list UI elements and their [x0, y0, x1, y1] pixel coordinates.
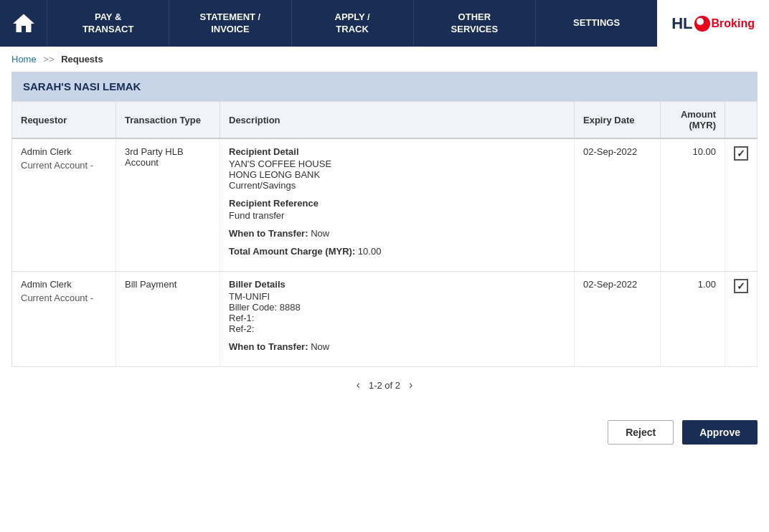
requestor-cell: Admin ClerkCurrent Account -	[12, 138, 116, 272]
breadcrumb: Home >> Requests	[0, 47, 769, 72]
nav-settings[interactable]: SETTINGS	[535, 0, 657, 47]
row-checkbox[interactable]	[734, 146, 748, 161]
amount-cell: 10.00	[661, 138, 725, 272]
col-description: Description	[220, 102, 575, 139]
checkbox-cell	[725, 272, 758, 367]
desc-line: Ref-2:	[229, 323, 565, 334]
description-cell: Recipient DetailYAN'S COFFEE HOUSEHONG L…	[220, 138, 575, 272]
nav-other-services[interactable]: OTHERSERVICES	[413, 0, 535, 47]
breadcrumb-current: Requests	[61, 54, 103, 65]
logo-icon	[694, 16, 710, 32]
requestor-account: Current Account -	[21, 160, 107, 171]
requestor-name: Admin Clerk	[21, 279, 107, 290]
desc-label: Biller Details	[229, 279, 565, 290]
desc-label: When to Transfer:	[229, 341, 308, 352]
action-bar: Reject Approve	[0, 414, 769, 456]
row-checkbox[interactable]	[734, 279, 748, 293]
breadcrumb-home[interactable]: Home	[11, 54, 37, 65]
amount-cell: 1.00	[661, 272, 725, 367]
desc-label: Recipient Detail	[229, 146, 565, 157]
desc-line: Fund transfer	[229, 210, 565, 221]
expiry-date-cell: 02-Sep-2022	[575, 272, 661, 367]
nav-apply-track[interactable]: APPLY /TRACK	[291, 0, 413, 47]
logo: HL Broking	[657, 0, 769, 47]
desc-inline-value: 10.00	[358, 246, 382, 257]
desc-label: When to Transfer:	[229, 228, 308, 239]
desc-line: HONG LEONG BANK	[229, 169, 565, 180]
pagination-next[interactable]: ›	[409, 379, 412, 391]
col-expiry-date: Expiry Date	[575, 102, 661, 139]
table-row: Admin ClerkCurrent Account -3rd Party HL…	[12, 138, 758, 272]
table-row: Admin ClerkCurrent Account -Bill Payment…	[12, 272, 758, 367]
desc-line: TM-UNIFI	[229, 291, 565, 302]
table-header-row: Requestor Transaction Type Description E…	[12, 102, 758, 139]
logo-hl: HL	[671, 14, 692, 33]
pagination-prev[interactable]: ‹	[357, 379, 360, 391]
desc-line: Biller Code: 8888	[229, 302, 565, 313]
main-content: SARAH'S NASI LEMAK Requestor Transaction…	[0, 72, 769, 414]
desc-inline-value: Now	[311, 228, 329, 239]
nav-pay-transact[interactable]: PAY &TRANSACT	[47, 0, 169, 47]
approve-button[interactable]: Approve	[682, 420, 758, 445]
home-nav-button[interactable]	[0, 0, 47, 47]
desc-inline-value: Now	[311, 341, 329, 352]
pagination: ‹ 1-2 of 2 ›	[11, 367, 758, 403]
reject-button[interactable]: Reject	[608, 420, 674, 445]
header: PAY &TRANSACT STATEMENT /INVOICE APPLY /…	[0, 0, 769, 47]
col-requestor: Requestor	[12, 102, 116, 139]
nav-items: PAY &TRANSACT STATEMENT /INVOICE APPLY /…	[47, 0, 657, 47]
section-title: SARAH'S NASI LEMAK	[11, 72, 758, 101]
table-body: Admin ClerkCurrent Account -3rd Party HL…	[12, 138, 758, 367]
checkbox-cell	[725, 138, 758, 272]
desc-label: Recipient Reference	[229, 198, 565, 209]
requestor-cell: Admin ClerkCurrent Account -	[12, 272, 116, 367]
col-checkbox	[725, 102, 758, 139]
breadcrumb-separator: >>	[43, 54, 54, 65]
nav-statement-invoice[interactable]: STATEMENT /INVOICE	[169, 0, 291, 47]
desc-line: Ref-1:	[229, 313, 565, 323]
expiry-date-cell: 02-Sep-2022	[575, 138, 661, 272]
desc-line: Current/Savings	[229, 180, 565, 191]
col-amount: Amount (MYR)	[661, 102, 725, 139]
requestor-account: Current Account -	[21, 293, 107, 303]
requestor-name: Admin Clerk	[21, 146, 107, 157]
pagination-info: 1-2 of 2	[369, 380, 400, 391]
transaction-type-cell: 3rd Party HLB Account	[116, 138, 220, 272]
col-transaction-type: Transaction Type	[116, 102, 220, 139]
transaction-type-cell: Bill Payment	[116, 272, 220, 367]
desc-line: YAN'S COFFEE HOUSE	[229, 158, 565, 169]
logo-broking: Broking	[712, 17, 755, 30]
requests-table: Requestor Transaction Type Description E…	[11, 101, 758, 367]
description-cell: Biller DetailsTM-UNIFIBiller Code: 8888R…	[220, 272, 575, 367]
desc-label: Total Amount Charge (MYR):	[229, 246, 355, 257]
